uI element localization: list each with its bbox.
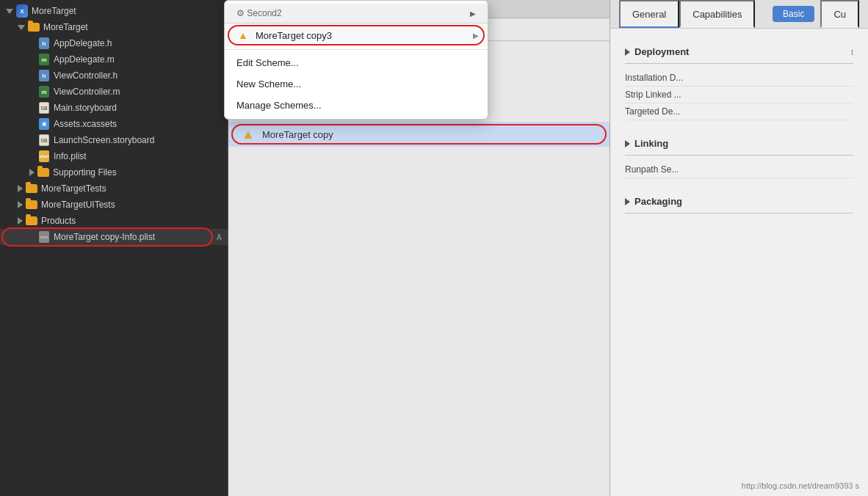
menu-item-new-scheme[interactable]: New Scheme... — [225, 73, 488, 95]
triangle-icon — [18, 217, 23, 225]
menu-header-arrow: ▶ — [470, 10, 476, 18]
sidebar-item-root[interactable]: X MoreTarget — [0, 3, 228, 19]
sidebar-item-info-plist[interactable]: plist Info.plist — [0, 148, 228, 164]
sidebar-item-supporting-files[interactable]: Supporting Files — [0, 164, 228, 180]
section-suffix: t — [851, 48, 853, 56]
target-label: MoreTarget copy — [262, 129, 333, 140]
sidebar-item-moretarget-folder[interactable]: MoreTarget — [0, 19, 228, 35]
main-container: X MoreTarget MoreTarget h AppDelegate.h … — [0, 0, 868, 496]
folder-icon — [26, 199, 37, 211]
sidebar-item-moretargetuitests[interactable]: MoreTargetUITests — [0, 197, 228, 213]
sidebar-label: MoreTarget — [43, 22, 88, 32]
file-h-icon: h — [38, 70, 50, 81]
setting-label: Runpath Se... — [625, 164, 765, 175]
menu-divider — [225, 49, 488, 50]
plist-rust-icon: rust — [38, 231, 50, 243]
tab-general[interactable]: General — [619, 0, 679, 28]
section-packaging: Packaging — [625, 190, 853, 214]
folder-icon — [26, 183, 37, 194]
triangle-icon — [18, 201, 23, 208]
sidebar: X MoreTarget MoreTarget h AppDelegate.h … — [0, 0, 228, 496]
sidebar-item-launchscreen[interactable]: SB LaunchScreen.storyboard — [0, 132, 228, 148]
triangle-icon — [18, 185, 23, 192]
sidebar-item-products[interactable]: Products — [0, 213, 228, 229]
sidebar-label: Info.plist — [54, 151, 87, 161]
sidebar-label: Products — [41, 216, 76, 226]
right-tabs: General Capabilities Basic Cu — [610, 0, 868, 29]
section-triangle-icon — [625, 140, 630, 147]
xcassets-icon: ▣ — [38, 118, 50, 130]
setting-label: Installation D... — [625, 73, 765, 83]
sidebar-item-viewcontroller-m[interactable]: m ViewController.m — [0, 84, 228, 100]
sidebar-label: ViewController.h — [54, 70, 117, 81]
sidebar-item-viewcontroller-h[interactable]: h ViewController.h — [0, 68, 228, 84]
section-triangle-icon — [625, 198, 630, 205]
plist-icon: plist — [38, 150, 50, 162]
sidebar-label: MoreTargetTests — [41, 183, 106, 194]
section-linking: Linking — [625, 132, 853, 156]
section-title: Deployment — [634, 46, 689, 57]
folder-icon — [37, 167, 49, 178]
setting-row-installation: Installation D... — [625, 70, 853, 87]
section-triangle-icon — [625, 48, 630, 56]
sidebar-label: AppDelegate.m — [54, 54, 115, 65]
section-deployment: Deployment t — [625, 40, 853, 64]
menu-item-edit-scheme[interactable]: Edit Scheme... — [225, 52, 488, 73]
triangle-icon — [6, 9, 13, 14]
section-title: Linking — [634, 138, 668, 149]
right-panel: General Capabilities Basic Cu Deployment… — [610, 0, 868, 496]
menu-item-label: MoreTarget copy3 — [256, 30, 332, 41]
file-m-icon: m — [38, 54, 50, 65]
sidebar-label: Main.storyboard — [54, 103, 117, 113]
setting-label: Targeted De... — [625, 106, 765, 117]
sidebar-item-moretarget-copy-info[interactable]: rust MoreTarget copy-Info.plist A — [0, 229, 228, 245]
sidebar-label: LaunchScreen.storyboard — [54, 135, 154, 145]
tab-capabilities[interactable]: Capabilities — [679, 0, 755, 28]
right-content: Deployment t Installation D... Strip Lin… — [610, 29, 868, 231]
triangle-icon — [18, 25, 25, 30]
triangle-icon — [29, 169, 35, 176]
target-icon: ▲ — [236, 29, 250, 42]
sidebar-label: MoreTarget copy-Info.plist — [54, 232, 155, 242]
setting-label: Strip Linked ... — [625, 90, 765, 100]
sidebar-item-label: MoreTarget — [32, 6, 76, 16]
arrow-right-icon: ▶ — [473, 32, 479, 40]
dropdown-menu: ⚙ Second2 ▶ ▲ MoreTarget copy3 ▶ Edit Sc… — [224, 0, 488, 120]
xcodeproj-icon: X — [16, 5, 28, 17]
file-h-icon: h — [38, 37, 50, 49]
setting-row-strip: Strip Linked ... — [625, 87, 853, 103]
sidebar-item-main-storyboard[interactable]: SB Main.storyboard — [0, 100, 228, 116]
sidebar-label: AppDelegate.h — [54, 38, 112, 48]
sidebar-label: MoreTargetUITests — [41, 200, 115, 210]
tab-basic[interactable]: Basic — [773, 6, 814, 22]
sidebar-label: Assets.xcassets — [54, 119, 117, 129]
menu-submenu-header: ⚙ Second2 ▶ — [225, 4, 488, 23]
folder-icon — [28, 21, 40, 33]
badge-a: A — [217, 233, 222, 241]
section-title: Packaging — [634, 196, 682, 207]
sidebar-item-appdelegate-h[interactable]: h AppDelegate.h — [0, 35, 228, 51]
setting-row-targeted: Targeted De... — [625, 103, 853, 120]
storyboard-icon: SB — [38, 102, 50, 114]
tab-cu[interactable]: Cu — [820, 0, 859, 28]
folder-icon — [26, 215, 37, 227]
menu-item-label: Manage Schemes... — [236, 100, 322, 111]
storyboard-icon: SB — [38, 134, 50, 146]
menu-item-label: New Scheme... — [236, 79, 301, 90]
app-target-icon: ▲ — [240, 126, 256, 142]
sidebar-label: ViewController.m — [54, 87, 120, 97]
target-row-moretarget-copy[interactable]: ▲ MoreTarget copy — [228, 122, 610, 147]
watermark: http://blog.csdn.net/dream9393 s — [742, 481, 859, 490]
sidebar-item-appdelegate-m[interactable]: m AppDelegate.m — [0, 51, 228, 68]
sidebar-label: Supporting Files — [53, 167, 117, 178]
file-m-icon: m — [38, 86, 50, 98]
menu-item-manage-schemes[interactable]: Manage Schemes... — [225, 95, 488, 116]
menu-header-label: ⚙ Second2 — [236, 8, 282, 18]
sidebar-item-moretargettests[interactable]: MoreTargetTests — [0, 180, 228, 197]
setting-row-runpath: Runpath Se... — [625, 161, 853, 178]
menu-item-label: Edit Scheme... — [236, 57, 299, 68]
menu-item-moretarget-copy3[interactable]: ▲ MoreTarget copy3 ▶ — [225, 23, 488, 47]
sidebar-item-assets[interactable]: ▣ Assets.xcassets — [0, 116, 228, 132]
